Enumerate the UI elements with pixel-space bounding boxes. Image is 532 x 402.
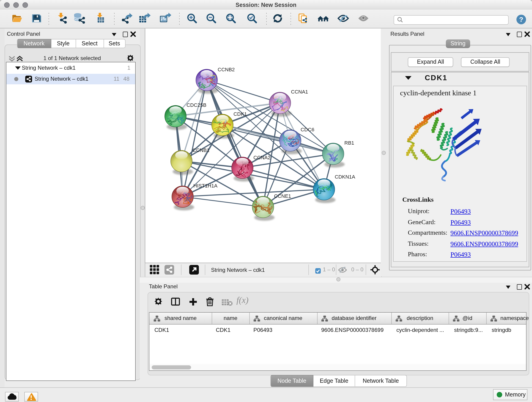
svg-text:CCNB1: CCNB1 — [192, 147, 210, 153]
svg-text:CCNE1: CCNE1 — [274, 193, 291, 199]
svg-text:CCNA1: CCNA1 — [291, 89, 308, 95]
svg-text:CDK1: CDK1 — [234, 111, 247, 117]
svg-text:HIST1H1A: HIST1H1A — [193, 183, 217, 189]
svg-text:CCNA2: CCNA2 — [253, 155, 271, 160]
svg-text:RB1: RB1 — [344, 140, 354, 146]
svg-text:CDC25B: CDC25B — [186, 102, 206, 108]
svg-text:CDC6: CDC6 — [301, 127, 314, 133]
svg-text:CDKN1A: CDKN1A — [335, 174, 355, 180]
svg-text:CCNB2: CCNB2 — [218, 67, 235, 72]
